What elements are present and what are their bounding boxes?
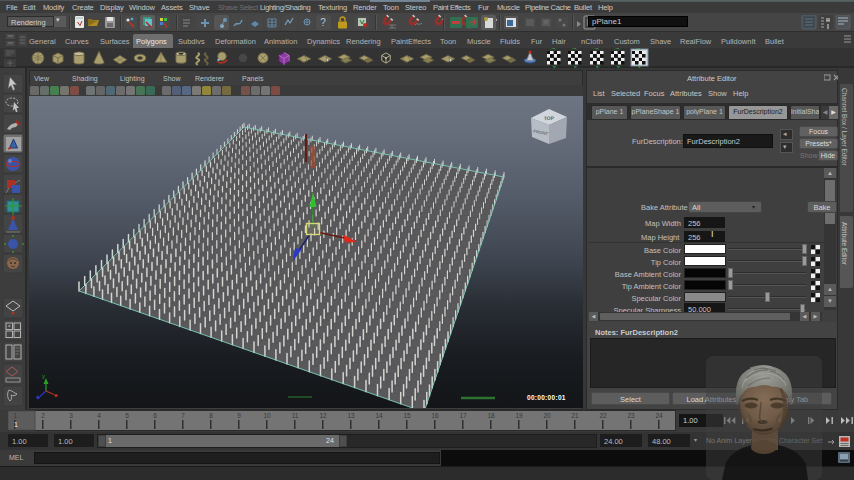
svg-text:19: 19 [515, 412, 523, 419]
svg-text:23: 23 [627, 412, 635, 419]
svg-text:9: 9 [237, 412, 241, 419]
svg-text:17: 17 [459, 412, 467, 419]
svg-text:15: 15 [403, 412, 411, 419]
svg-text:TOP: TOP [544, 115, 555, 122]
svg-text:22: 22 [599, 412, 607, 419]
svg-text:21: 21 [571, 412, 579, 419]
svg-text:10: 10 [263, 412, 271, 419]
svg-text:6: 6 [153, 412, 157, 419]
svg-text:20: 20 [543, 412, 551, 419]
svg-text:00:00:00:01: 00:00:00:01 [527, 394, 566, 401]
svg-text:1: 1 [14, 421, 18, 428]
svg-text:16: 16 [431, 412, 439, 419]
svg-text:3: 3 [69, 412, 73, 419]
svg-text:13: 13 [347, 412, 355, 419]
svg-text:1: 1 [13, 412, 17, 419]
svg-text:y: y [42, 373, 45, 379]
svg-text:7: 7 [181, 412, 185, 419]
svg-text:4: 4 [97, 412, 101, 419]
svg-text:8: 8 [209, 412, 213, 419]
svg-text:18: 18 [487, 412, 495, 419]
svg-text:5: 5 [125, 412, 129, 419]
svg-text:2: 2 [41, 412, 45, 419]
svg-text:11: 11 [292, 412, 299, 419]
svg-text:12: 12 [319, 412, 327, 419]
svg-text:14: 14 [375, 412, 383, 419]
svg-text:24: 24 [655, 412, 663, 419]
svg-text:?: ? [320, 17, 326, 28]
